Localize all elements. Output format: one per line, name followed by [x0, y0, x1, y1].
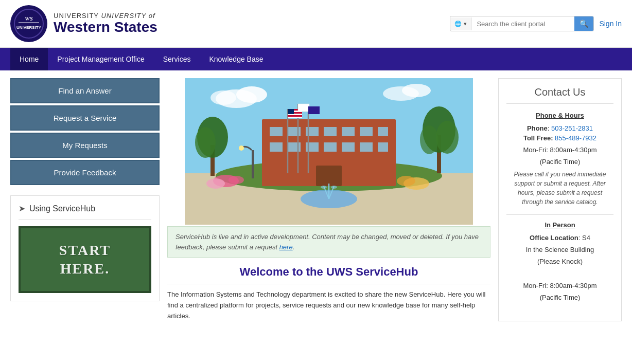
office-location-value: S4	[582, 234, 590, 242]
svg-point-33	[331, 186, 337, 189]
office-location-label: Office Location	[530, 234, 578, 242]
svg-rect-20	[270, 142, 283, 152]
svg-rect-41	[288, 109, 294, 114]
in-person-section: In Person Office Location: S4 In the Sci…	[506, 221, 613, 301]
request-service-button[interactable]: Request a Service	[10, 105, 160, 131]
svg-point-52	[206, 178, 225, 189]
phone-row: Phone: 503-251-2831	[506, 124, 613, 132]
dropdown-arrow: ▾	[464, 21, 467, 27]
svg-rect-56	[252, 150, 254, 178]
svg-rect-40	[288, 117, 302, 118]
contact-divider	[506, 214, 613, 215]
provide-feedback-button[interactable]: Provide Feedback	[10, 160, 160, 185]
logo-text: UNIVERSITY UNIVERSITY of Western States	[54, 12, 157, 35]
using-hub-label: Using ServiceHub	[29, 204, 95, 213]
svg-point-50	[420, 125, 438, 154]
svg-rect-23	[324, 142, 337, 152]
header: WS UNIVERSITY UNIVERSITY UNIVERSITY of W…	[0, 0, 632, 48]
university-line: UNIVERSITY UNIVERSITY of	[54, 12, 157, 20]
svg-rect-24	[342, 142, 355, 152]
language-selector[interactable]: 🌐 ▾	[450, 17, 471, 30]
svg-text:UNIVERSITY: UNIVERSITY	[16, 25, 42, 30]
main-layout: Find an Answer Request a Service My Requ…	[0, 70, 632, 329]
chalkboard-text: STARTHERE.	[59, 241, 111, 279]
welcome-title: Welcome to the UWS ServiceHub	[167, 265, 490, 284]
office-location-row: Office Location: S4	[506, 234, 613, 242]
nav-item-home[interactable]: Home	[10, 48, 48, 70]
phone-note: Please call if you need immediate suppor…	[506, 170, 613, 207]
search-button[interactable]: 🔍	[574, 16, 593, 31]
phone-label: Phone	[527, 124, 548, 132]
phone-hours-weekday: Mon-Fri: 8:00am-4:30pm	[506, 146, 613, 154]
svg-point-9	[402, 84, 431, 97]
notice-box: ServiceHub is live and in active develop…	[167, 226, 490, 258]
svg-rect-25	[360, 142, 373, 152]
logo-emblem: WS UNIVERSITY	[10, 5, 47, 42]
welcome-body: The Information Systems and Technology d…	[167, 289, 490, 321]
svg-point-6	[236, 86, 267, 103]
toll-free-link[interactable]: 855-489-7932	[555, 134, 596, 142]
notice-text: ServiceHub is live and in active develop…	[175, 233, 479, 251]
svg-rect-18	[360, 127, 373, 136]
search-input[interactable]	[471, 17, 574, 31]
svg-point-53	[229, 176, 244, 184]
in-person-hours-weekday: Mon-Fri: 8:00am-4:30pm	[506, 282, 613, 289]
svg-point-0	[14, 9, 43, 38]
svg-rect-13	[270, 127, 283, 136]
phone-link[interactable]: 503-251-2831	[551, 124, 593, 132]
nav-item-knowledge-base[interactable]: Knowledge Base	[200, 48, 272, 70]
in-person-title: In Person	[506, 221, 613, 229]
search-container: 🌐 ▾ 🔍	[450, 16, 594, 31]
header-right: 🌐 ▾ 🔍 Sign In	[450, 16, 622, 31]
sign-in-link[interactable]: Sign In	[599, 20, 622, 28]
toll-free-label: Toll Free:	[523, 134, 553, 142]
campus-image	[167, 78, 490, 225]
contact-title: Contact Us	[506, 86, 613, 104]
chalkboard: STARTHERE.	[19, 226, 151, 293]
nav-item-pmo[interactable]: Project Management Office	[48, 48, 153, 70]
center-content: ServiceHub is live and in active develop…	[167, 78, 490, 321]
toll-free-row: Toll Free: 855-489-7932	[506, 134, 613, 142]
svg-point-7	[210, 90, 236, 105]
phone-hours-timezone: (Pacific Time)	[506, 158, 613, 166]
in-person-hours-timezone: (Pacific Time)	[506, 294, 613, 301]
svg-point-57	[239, 145, 244, 151]
svg-rect-16	[324, 127, 337, 136]
notice-link[interactable]: here	[279, 243, 293, 251]
svg-point-49	[436, 121, 459, 154]
svg-rect-17	[342, 127, 355, 136]
nav-item-services[interactable]: Services	[154, 48, 200, 70]
svg-rect-43	[308, 106, 320, 114]
university-name: Western States	[54, 20, 157, 35]
svg-text:WS: WS	[25, 15, 33, 22]
svg-rect-19	[378, 127, 388, 136]
left-sidebar: Find an Answer Request a Service My Requ…	[10, 78, 160, 321]
svg-rect-26	[378, 142, 388, 152]
phone-hours-title: Phone & Hours	[506, 112, 613, 119]
svg-point-32	[321, 186, 327, 189]
using-hub-title: ➤ Using ServiceHub	[19, 204, 151, 220]
university-of: UNIVERSITY of	[101, 12, 155, 20]
globe-icon: 🌐	[454, 21, 462, 27]
office-building: In the Science Building	[506, 246, 613, 253]
using-servicehub-section: ➤ Using ServiceHub STARTHERE.	[10, 195, 160, 301]
nav-bar: Home Project Management Office Services …	[0, 48, 632, 70]
right-sidebar: Contact Us Phone & Hours Phone: 503-251-…	[498, 78, 622, 321]
my-requests-button[interactable]: My Requests	[10, 133, 160, 158]
svg-point-55	[397, 176, 415, 186]
office-knock: (Please Knock)	[506, 258, 613, 265]
arrow-icon: ➤	[19, 204, 25, 213]
svg-rect-27	[316, 166, 342, 186]
find-answer-button[interactable]: Find an Answer	[10, 78, 160, 103]
svg-point-46	[195, 127, 216, 158]
logo-area: WS UNIVERSITY UNIVERSITY UNIVERSITY of W…	[10, 5, 157, 42]
svg-rect-42	[298, 104, 309, 112]
